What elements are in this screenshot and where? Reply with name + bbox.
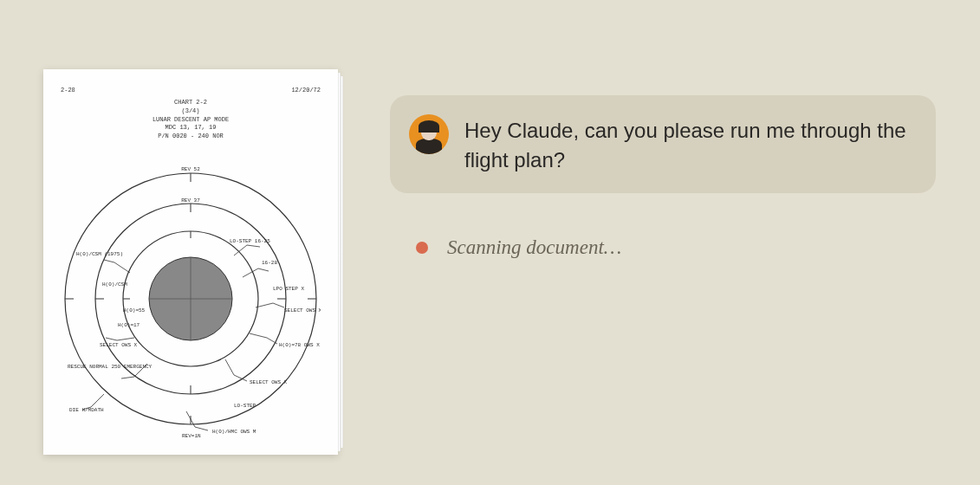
svg-text:H(0)=17: H(0)=17 <box>118 322 140 328</box>
user-message-text: Hey Claude, can you please run me throug… <box>464 114 910 174</box>
doc-title-line: LUNAR DESCENT AP MODE <box>61 116 321 125</box>
flight-plan-chart: REV 52 REV 37 H(0)/CSM (1975) H(0)/CSM H… <box>61 152 321 446</box>
svg-text:LO-STEP: LO-STEP <box>234 403 256 409</box>
avatar-hair <box>419 120 439 133</box>
avatar-head <box>421 123 437 140</box>
svg-text:DIE H/MDATH: DIE H/MDATH <box>69 407 104 413</box>
svg-text:H(0)/HMC OWS M: H(0)/HMC OWS M <box>212 429 256 435</box>
svg-text:H(0)/CSM: H(0)/CSM <box>102 281 127 288</box>
svg-text:SELECT OWS X: SELECT OWS X <box>100 342 138 348</box>
svg-text:SELECT OWS X: SELECT OWS X <box>250 379 288 385</box>
loading-indicator-icon <box>416 242 428 254</box>
document-title-block: CHART 2-2 (3/4) LUNAR DESCENT AP MODE MD… <box>61 99 321 141</box>
user-message-bubble: Hey Claude, can you please run me throug… <box>390 95 936 193</box>
user-avatar[interactable] <box>409 114 449 154</box>
assistant-status-row: Scanning document… <box>416 236 936 259</box>
svg-text:RESCUE NORMAL 250 EMERGENCY: RESCUE NORMAL 250 EMERGENCY <box>68 364 153 370</box>
svg-text:REV=1N: REV=1N <box>182 433 201 439</box>
document-preview[interactable]: 2-28 12/20/72 CHART 2-2 (3/4) LUNAR DESC… <box>43 69 338 455</box>
svg-text:SELECT OWS X: SELECT OWS X <box>284 307 321 314</box>
svg-text:16-28: 16-28 <box>262 260 277 266</box>
doc-header-right: 12/20/72 <box>291 87 321 94</box>
status-text: Scanning document… <box>447 236 621 259</box>
doc-header-left: 2-28 <box>61 87 75 94</box>
chat-area: Hey Claude, can you please run me throug… <box>390 95 936 259</box>
svg-text:REV 37: REV 37 <box>181 197 200 204</box>
svg-text:H(0)=55: H(0)=55 <box>123 307 146 314</box>
svg-text:REV 52: REV 52 <box>181 166 200 172</box>
doc-title-line: P/N 0020 - 240 NOR <box>61 133 321 141</box>
doc-title-line: (3/4) <box>61 107 321 116</box>
avatar-figure <box>416 123 442 154</box>
document-header: 2-28 12/20/72 <box>61 87 321 94</box>
page-stack-edge <box>341 76 343 448</box>
svg-text:LO-STEP 16-25: LO-STEP 16-25 <box>230 238 270 244</box>
avatar-body <box>416 139 442 154</box>
doc-title-line: CHART 2-2 <box>61 99 321 107</box>
svg-text:LPO STEP X: LPO STEP X <box>273 286 304 292</box>
doc-title-line: MDC 13, 17, 19 <box>61 124 321 133</box>
svg-text:H(0)=78 OWS X: H(0)=78 OWS X <box>279 342 320 348</box>
svg-text:H(0)/CSM (1975): H(0)/CSM (1975) <box>76 251 123 257</box>
